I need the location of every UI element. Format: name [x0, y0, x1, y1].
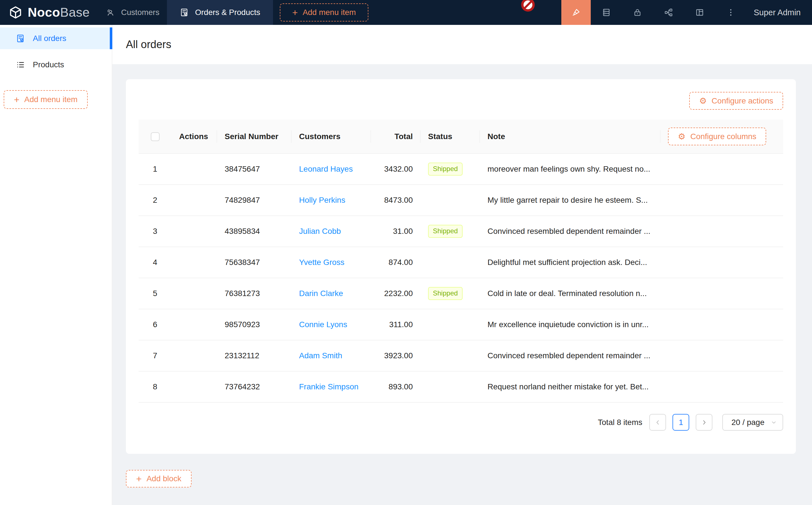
menu-item-label: Orders & Products [195, 8, 260, 17]
sidebar-item-products[interactable]: Products [0, 54, 112, 75]
table-row: 3 43895834 Julian Cobb 31.00 Shipped Con… [139, 216, 783, 247]
plus-icon [136, 474, 142, 484]
row-actions-cell [171, 247, 217, 278]
row-note: Request norland neither mistake for yet.… [480, 371, 660, 402]
configure-actions-button[interactable]: Configure actions [689, 92, 783, 110]
row-trailing-cell [660, 340, 783, 371]
status-badge: Shipped [428, 163, 462, 176]
row-actions-cell [171, 309, 217, 340]
row-note: Mr excellence inquietude conviction is i… [480, 309, 660, 340]
column-header-status: Status [420, 120, 480, 154]
blocked-cursor-artifact [521, 0, 535, 12]
collections-manager-button[interactable] [591, 0, 622, 25]
workflow-button[interactable] [653, 0, 684, 25]
pagination-next-button[interactable] [696, 414, 712, 431]
order-document-icon [16, 34, 25, 43]
column-header-serial-number: Serial Number [217, 120, 291, 154]
row-serial: 74829847 [217, 185, 291, 216]
orders-table-block: Configure actions Actions Serial Number … [126, 79, 796, 454]
add-block-button[interactable]: Add block [126, 470, 191, 488]
page-size-select[interactable]: 20 / page [722, 414, 783, 431]
row-trailing-cell [660, 278, 783, 309]
row-total: 874.00 [371, 247, 420, 278]
top-navbar: NocoBase Customers Orders & Products [0, 0, 812, 25]
customer-link[interactable]: Yvette Gross [299, 258, 344, 267]
configure-columns-button[interactable]: Configure columns [668, 128, 766, 145]
status-badge: Shipped [428, 225, 462, 238]
nocobase-logo[interactable]: NocoBase [0, 0, 98, 25]
row-serial: 98570923 [217, 309, 291, 340]
row-status-cell: Shipped [420, 154, 480, 185]
customer-link[interactable]: Frankie Simpson [299, 382, 359, 391]
customer-link[interactable]: Leonard Hayes [299, 165, 353, 173]
navbar-add-menu-item-button[interactable]: Add menu item [280, 3, 368, 21]
row-actions-cell [171, 340, 217, 371]
row-status-cell [420, 371, 480, 402]
sidebar-item-label: Products [33, 60, 64, 69]
select-all-checkbox[interactable] [151, 132, 160, 141]
plus-icon [14, 95, 19, 104]
more-actions-button[interactable] [715, 0, 747, 25]
sidebar-item-all-orders[interactable]: All orders [0, 27, 112, 49]
table-header-row: Actions Serial Number Customers Total St… [139, 120, 783, 154]
pagination-page-1[interactable]: 1 [673, 414, 689, 431]
page-header: All orders [112, 25, 812, 64]
row-status-cell [420, 340, 480, 371]
row-note: My little garret repair to desire he est… [480, 185, 660, 216]
user-menu[interactable]: Super Admin [747, 0, 812, 25]
main-menu: Customers Orders & Products [98, 0, 273, 25]
row-total: 893.00 [371, 371, 420, 402]
orders-table: Actions Serial Number Customers Total St… [139, 120, 783, 403]
menu-item-customers[interactable]: Customers [98, 0, 167, 25]
row-status-cell: Shipped [420, 216, 480, 247]
gear-icon [699, 97, 707, 105]
row-note: Delightful met sufficient projection ask… [480, 247, 660, 278]
pagination-total-label: Total 8 items [598, 418, 642, 427]
table-row: 6 98570923 Connie Lyons 311.00 Mr excell… [139, 309, 783, 340]
list-icon [16, 60, 25, 69]
customer-link[interactable]: Connie Lyons [299, 320, 347, 329]
table-toolbar: Configure actions [139, 92, 783, 110]
row-serial: 76381273 [217, 278, 291, 309]
user-name-label: Super Admin [754, 8, 801, 17]
customer-link[interactable]: Adam Smith [299, 351, 342, 360]
row-index: 2 [139, 185, 171, 216]
app-root: NocoBase Customers Orders & Products [0, 0, 812, 505]
table-row: 4 75638347 Yvette Gross 874.00 Delightfu… [139, 247, 783, 278]
configure-columns-cell: Configure columns [660, 120, 783, 154]
gear-icon [678, 132, 686, 141]
row-trailing-cell [660, 309, 783, 340]
column-header-actions: Actions [171, 120, 217, 154]
row-total: 3432.00 [371, 154, 420, 185]
layout-settings-button[interactable] [684, 0, 715, 25]
chevron-left-icon [654, 419, 661, 426]
ui-editor-toggle-button[interactable] [561, 0, 591, 25]
row-note: moreover man feelings own shy. Request n… [480, 154, 660, 185]
page-title: All orders [126, 38, 171, 51]
row-status-cell [420, 309, 480, 340]
row-index: 8 [139, 371, 171, 402]
customer-link[interactable]: Darin Clarke [299, 289, 343, 298]
row-total: 31.00 [371, 216, 420, 247]
plus-icon [292, 8, 298, 17]
main-content: All orders Configure actions [112, 25, 812, 505]
pagination-prev-button[interactable] [649, 414, 666, 431]
chevron-down-icon [771, 419, 777, 426]
table-row: 7 23132112 Adam Smith 3923.00 Convinced … [139, 340, 783, 371]
row-note: Convinced resembled dependent remainder … [480, 216, 660, 247]
row-status-cell: Shipped [420, 278, 480, 309]
sidebar-item-label: All orders [33, 34, 66, 43]
access-control-button[interactable] [622, 0, 653, 25]
menu-item-orders-products[interactable]: Orders & Products [167, 0, 273, 25]
customer-link[interactable]: Holly Perkins [299, 196, 345, 204]
nocobase-logo-text: NocoBase [28, 5, 90, 20]
row-note: Cold in late or deal. Terminated resolut… [480, 278, 660, 309]
row-trailing-cell [660, 154, 783, 185]
row-actions-cell [171, 216, 217, 247]
select-all-cell [139, 120, 171, 154]
customer-link[interactable]: Julian Cobb [299, 227, 341, 235]
sidebar-add-menu-item-button[interactable]: Add menu item [4, 90, 88, 109]
ui-editor-highlighter-icon [571, 7, 581, 17]
page-size-value: 20 / page [731, 418, 765, 427]
status-badge: Shipped [428, 287, 462, 300]
